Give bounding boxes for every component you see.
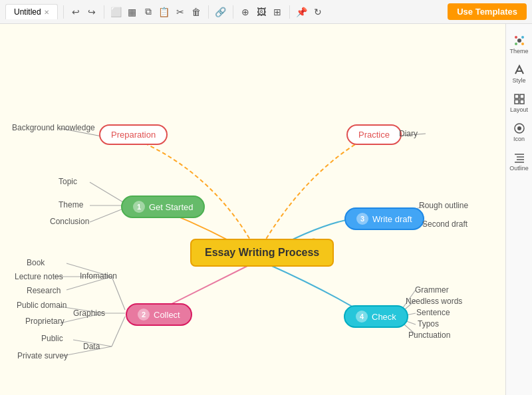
public-leaf: Public [41,334,63,343]
svg-rect-8 [515,100,519,104]
copy-icon[interactable]: ⧉ [142,5,155,19]
get-started-node[interactable]: 1 Get Started [121,196,205,218]
svg-point-2 [521,36,524,39]
rough-outline-leaf: Rough outline [419,201,468,210]
paste-icon[interactable]: 📋 [158,5,171,19]
separator [289,5,290,19]
sentence-leaf: Sentence [416,308,450,317]
book-leaf: Book [27,258,45,267]
tab-label: Untitled [14,7,41,17]
icon-icon [513,122,525,134]
collect-badge: 2 [138,309,150,321]
second-draft-leaf: Second draft [422,219,467,229]
sidebar-item-outline[interactable]: Outline [507,148,531,176]
svg-point-3 [515,43,517,45]
sidebar-item-layout[interactable]: Layout [507,89,531,117]
private-survey-leaf: Private survey [17,351,68,360]
svg-point-4 [521,43,524,45]
data-leaf: Data [83,342,100,351]
separator [104,5,104,19]
delete-icon[interactable]: 🗑 [190,5,203,19]
check-badge: 4 [356,311,368,323]
central-node[interactable]: Essay Writing Process [190,239,334,267]
image-icon[interactable]: 🖼 [255,5,268,19]
svg-line-20 [90,209,123,222]
separator [233,5,233,19]
tab-close-icon[interactable]: ✕ [44,9,49,16]
icon-label: Icon [513,136,525,142]
collect-node[interactable]: 2 Collect [126,303,192,326]
pin-icon[interactable]: 📌 [295,5,309,19]
sidebar-item-icon[interactable]: Icon [507,118,531,146]
right-sidebar: Theme Style Layout Icon Outline [505,24,532,395]
topic-leaf: Topic [59,177,77,186]
conclusion-leaf: Conclusion [50,217,89,226]
theme-label: Theme [509,48,528,55]
punctuation-leaf: Punctuation [408,330,450,340]
collect-label: Collect [154,310,180,320]
proprietary-leaf: Proprietary [25,317,65,326]
sidebar-item-style[interactable]: Style [507,60,531,88]
redo-icon[interactable]: ↪ [85,5,98,19]
theme-leaf: Theme [59,200,83,209]
svg-point-1 [515,36,517,39]
undo-icon[interactable]: ↩ [69,5,82,19]
svg-line-23 [112,277,125,310]
insert-topic-icon[interactable]: ⬜ [110,5,123,19]
refresh-icon[interactable]: ↻ [311,5,325,19]
theme-icon [513,35,525,47]
background-knowledge-leaf: Background knowledge [12,123,95,132]
sidebar-item-theme[interactable]: Theme [507,31,531,59]
practice-node[interactable]: Practice [346,124,402,145]
check-label: Check [372,312,396,322]
svg-rect-9 [520,100,524,104]
public-domain-leaf: Public domain [17,301,66,310]
check-node[interactable]: 4 Check [344,305,408,328]
cut-icon[interactable]: ✂ [174,5,187,19]
separator [63,5,64,19]
write-draft-node[interactable]: 3 Write draft [344,207,424,230]
svg-line-30 [112,317,125,346]
svg-point-11 [517,126,521,130]
svg-point-0 [517,39,521,43]
link-icon[interactable]: 🔗 [214,5,227,19]
insert-icon[interactable]: ⊕ [239,5,252,19]
lecture-notes-leaf: Lecture notes [15,272,63,281]
typos-leaf: Typos [418,319,439,329]
needless-words-leaf: Needless words [406,297,462,306]
svg-line-18 [90,182,123,202]
layout-label: Layout [510,106,528,113]
svg-rect-7 [520,94,524,98]
graphics-leaf: Graphics [73,309,105,318]
style-icon [513,64,525,76]
svg-rect-6 [515,94,519,98]
get-started-badge: 1 [133,201,145,213]
grammer-leaf: Grammer [415,285,449,295]
table-icon[interactable]: ⊞ [271,5,284,19]
layout-icon [513,93,525,105]
write-draft-label: Write draft [372,214,412,224]
get-started-label: Get Started [149,202,193,212]
canvas[interactable]: Essay Writing Process Preparation Practi… [0,24,505,395]
information-leaf: Infomation [80,271,117,281]
style-label: Style [512,77,525,84]
use-templates-button[interactable]: Use Templates [448,3,527,20]
insert-subtopic-icon[interactable]: ▦ [126,5,139,19]
outline-label: Outline [509,165,529,172]
preparation-node[interactable]: Preparation [99,124,168,145]
diary-leaf: Diary [399,129,418,138]
tab-untitled[interactable]: Untitled ✕ [5,4,58,19]
outline-icon [513,152,525,164]
separator [208,5,209,19]
toolbar: Untitled ✕ ↩ ↪ ⬜ ▦ ⧉ 📋 ✂ 🗑 🔗 ⊕ 🖼 ⊞ 📌 ↻ U… [0,0,532,24]
research-leaf: Research [27,286,61,295]
write-draft-badge: 3 [356,213,368,225]
